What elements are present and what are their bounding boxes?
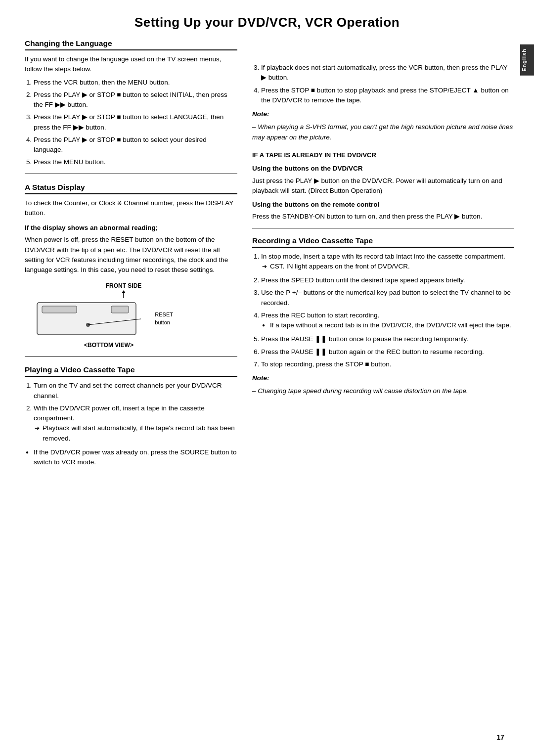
note-italic-playing: – When playing a S-VHS format, you can't… [252, 122, 514, 142]
list-item: Press the PLAY ▶ or STOP ■ button to sel… [34, 90, 237, 110]
section-tape-already-in: IF A TAPE IS ALREADY IN THE DVD/VCR Usin… [252, 150, 514, 222]
using-buttons-remote-title: Using the buttons on the remote control [252, 200, 514, 210]
list-item-bullet-notab: If a tape without a record tab is in the… [261, 320, 514, 330]
section-changing-language-title: Changing the Language [25, 39, 237, 50]
svg-rect-4 [111, 306, 129, 313]
list-item: Use the P +/– buttons or the numerical k… [261, 288, 514, 308]
reset-button-label: RESET button [155, 311, 173, 326]
list-item: With the DVD/VCR power off, insert a tap… [34, 403, 237, 444]
page-container: English Setting Up your DVD/VCR, VCR Ope… [0, 0, 534, 756]
section-changing-language-intro: If you want to change the language used … [25, 54, 237, 75]
side-tab-english: English [520, 44, 534, 76]
page-number: 17 [496, 733, 504, 741]
vcr-body-svg [35, 300, 153, 337]
diagram-bottom-label: <BOTTOM VIEW> [35, 342, 183, 349]
list-item: Press the STOP ■ button to stop playback… [261, 86, 514, 106]
section-status-display: A Status Display To check the Counter, o… [25, 183, 237, 349]
list-item: Press the MENU button. [34, 157, 237, 167]
svg-rect-3 [42, 306, 77, 313]
section-status-display-title: A Status Display [25, 183, 237, 194]
list-item: Press the PAUSE ❚❚ button again or the R… [261, 347, 514, 357]
vcr-diagram: FRONT SIDE [35, 282, 183, 349]
page-title: Setting Up your DVD/VCR, VCR Operation [0, 15, 534, 30]
recording-tape-steps: In stop mode, insert a tape with its rec… [252, 252, 514, 370]
left-column: Changing the Language If you want to cha… [25, 39, 237, 471]
status-display-intro: To check the Counter, or Clock & Channel… [25, 198, 237, 219]
content-area: Changing the Language If you want to cha… [0, 39, 534, 471]
list-item: In stop mode, insert a tape with its rec… [261, 252, 514, 272]
list-item: Press the PLAY ▶ or STOP ■ button to sel… [34, 135, 237, 155]
recording-note-italic: – Changing tape speed during recording w… [252, 386, 514, 396]
recording-note-label: Note: [252, 373, 514, 383]
playing-tape-steps: Turn on the TV and set the correct chann… [25, 381, 237, 444]
list-item: Press the VCR button, then the MENU butt… [34, 78, 237, 88]
right-column: If playback does not start automatically… [252, 39, 514, 471]
using-buttons-dvd-title: Using the buttons on the DVD/VCR [252, 164, 514, 174]
changing-language-steps: Press the VCR button, then the MENU butt… [25, 78, 237, 168]
playing-tape-bullets: If the DVD/VCR power was already on, pre… [25, 447, 237, 468]
status-display-body: When power is off, press the RESET butto… [25, 235, 237, 275]
list-item: To stop recording, press the STOP ■ butt… [261, 359, 514, 369]
list-item: Press the REC button to start recording.… [261, 311, 514, 331]
diagram-front-side-label: FRONT SIDE [64, 282, 183, 289]
status-display-subheading: If the display shows an abnormal reading… [25, 223, 237, 233]
list-item: Turn on the TV and set the correct chann… [34, 381, 237, 401]
diagram-arrow-up [64, 290, 183, 299]
section-recording-tape: Recording a Video Cassette Tape In stop … [252, 236, 514, 397]
section-recording-tape-title: Recording a Video Cassette Tape [252, 236, 514, 248]
list-item: If the DVD/VCR power was already on, pre… [25, 447, 237, 468]
section-playing-tape-title: Playing a Video Cassette Tape [25, 365, 237, 377]
using-buttons-dvd-body: Just press the PLAY ▶ button on the DVD/… [252, 176, 514, 196]
list-item: Press the SPEED button until the desired… [261, 275, 514, 285]
list-item-arrow-cst: CST. IN light appears on the front of DV… [261, 262, 514, 271]
tape-already-in-title: IF A TAPE IS ALREADY IN THE DVD/VCR [252, 150, 514, 160]
list-item: Press the PAUSE ❚❚ button once to pause … [261, 334, 514, 344]
using-buttons-remote-body: Press the STANDBY-ON button to turn on, … [252, 212, 514, 222]
section-playing-tape-continued: If playback does not start automatically… [252, 63, 514, 142]
list-item-arrow: Playback will start automatically, if th… [34, 423, 237, 444]
note-label-playing: Note: [252, 109, 514, 119]
svg-marker-1 [122, 290, 126, 293]
list-item: Press the PLAY ▶ or STOP ■ button to sel… [34, 112, 237, 133]
playing-tape-continued-steps: If playback does not start automatically… [252, 63, 514, 105]
list-item: If playback does not start automatically… [261, 63, 514, 83]
section-changing-language: Changing the Language If you want to cha… [25, 39, 237, 168]
section-playing-tape: Playing a Video Cassette Tape Turn on th… [25, 365, 237, 467]
